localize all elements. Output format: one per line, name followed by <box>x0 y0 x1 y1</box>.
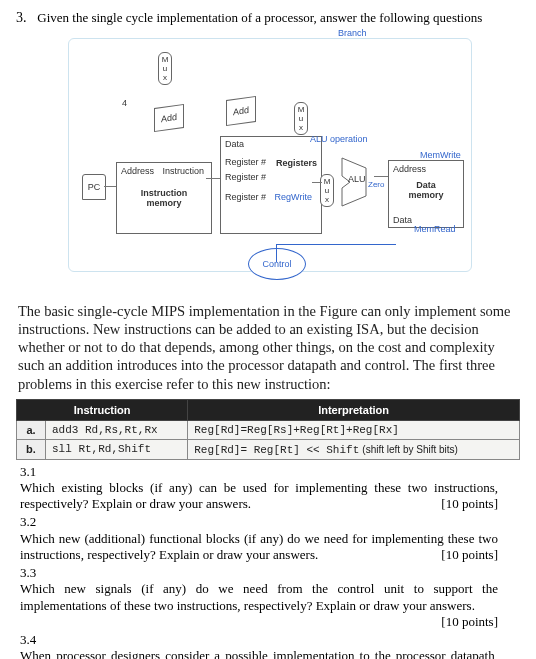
reg-data: Data <box>225 139 317 149</box>
subq-3-2: 3.2 Which new (additional) functional bl… <box>20 514 520 563</box>
subq-3-3: 3.3 Which new signals (if any) do we nee… <box>20 565 520 630</box>
mux-pc: M u x <box>158 52 172 85</box>
pc-register: PC <box>82 174 106 200</box>
row-b-interp: Reg[Rd]= Reg[Rt] << Shift (shift left by… <box>188 439 520 459</box>
subq-3-1: 3.1 Which existing blocks (if any) can b… <box>20 464 520 513</box>
row-a-instr: add3 Rd,Rs,Rt,Rx <box>46 420 188 439</box>
subq-num: 3.3 <box>20 565 42 581</box>
subq-text: When processor designers consider a poss… <box>20 648 498 659</box>
memwrite-label: MemWrite <box>420 150 461 160</box>
question-header: 3. Given the single cycle implementation… <box>16 10 520 26</box>
points: [10 points] <box>441 547 498 563</box>
reg-read2: Register # <box>225 172 317 182</box>
row-a-label: a. <box>17 420 46 439</box>
imem-address: Address <box>121 166 154 176</box>
row-b-label: b. <box>17 439 46 459</box>
mux-addr: M u x <box>294 102 308 135</box>
table-row: b. sll Rt,Rd,Shift Reg[Rd]= Reg[Rt] << S… <box>17 439 520 459</box>
imem-label: Instruction memory <box>121 188 207 208</box>
imem-instruction: Instruction <box>163 166 205 176</box>
row-b-instr: sll Rt,Rd,Shift <box>46 439 188 459</box>
dmem-label: Data memory <box>393 180 459 200</box>
datapath-diagram: Branch M u x 4 Add Add PC Address Instru… <box>58 32 478 292</box>
const-four: 4 <box>122 98 127 108</box>
regwrite-signal: RegWrite <box>275 192 312 202</box>
subq-num: 3.2 <box>20 514 42 530</box>
adder-1: Add <box>154 104 184 132</box>
control-unit: Control <box>248 248 306 280</box>
subq-num: 3.1 <box>20 464 42 480</box>
alu-label: ALU <box>348 174 366 184</box>
dmem-data: Data <box>393 215 412 225</box>
subq-text: Which existing blocks (if any) can be us… <box>20 480 498 511</box>
zero-label: Zero <box>368 180 384 189</box>
th-instruction: Instruction <box>17 399 188 420</box>
intro-paragraph: The basic single-cycle MIPS implementati… <box>18 302 518 393</box>
instruction-table: Instruction Interpretation a. add3 Rd,Rs… <box>16 399 520 460</box>
reg-write: Register # <box>225 192 266 202</box>
adder-2: Add <box>226 96 256 126</box>
table-row: a. add3 Rd,Rs,Rt,Rx Reg[Rd]=Reg[Rs]+Reg[… <box>17 420 520 439</box>
points: [10 points] <box>441 614 498 630</box>
subq-text: Which new signals (if any) do we need fr… <box>20 581 498 612</box>
aluop-label: ALU operation <box>310 134 368 144</box>
subq-text: Which new (additional) functional blocks… <box>20 531 498 562</box>
row-b-interp-mono: Reg[Rd]= Reg[Rt] << Shift <box>194 444 359 456</box>
subq-3-4: 3.4 When processor designers consider a … <box>20 632 520 659</box>
th-interpretation: Interpretation <box>188 399 520 420</box>
branch-label: Branch <box>338 28 367 38</box>
row-b-interp-note: (shift left by Shift bits) <box>362 444 458 455</box>
question-number: 3. <box>16 10 34 26</box>
subq-num: 3.4 <box>20 632 42 648</box>
memread-label: MemRead <box>414 224 456 234</box>
row-a-interp: Reg[Rd]=Reg[Rs]+Reg[Rt]+Reg[Rx] <box>188 420 520 439</box>
mux-alu-b: M u x <box>320 174 334 207</box>
points: [10 points] <box>441 496 498 512</box>
dmem-address: Address <box>393 164 459 174</box>
question-prompt: Given the single cycle implementation of… <box>37 10 517 26</box>
